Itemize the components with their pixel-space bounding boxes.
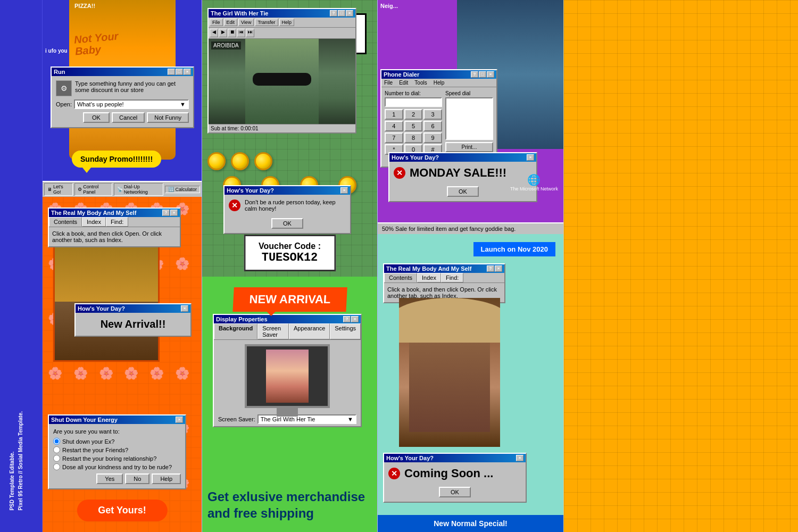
monday-ok-btn[interactable]: OK xyxy=(447,186,479,197)
help-close-btn[interactable]: × xyxy=(170,210,178,216)
ss-dropdown[interactable]: The Girl With Her Tie▼ xyxy=(257,414,356,424)
display-props-titlebar: Display Properties ? × xyxy=(214,315,361,323)
dp-tab-ap[interactable]: Appearance xyxy=(289,323,330,339)
network-icon[interactable]: 🌐 The Microsoft Network xyxy=(510,173,558,192)
help-body: Click a book, and then click Open. Or cl… xyxy=(49,227,180,246)
help2-qmark[interactable]: ? xyxy=(487,265,494,272)
phone-titlebar: Phone Dialer ? □ × xyxy=(381,70,496,79)
column-3: Neig... Phone Dialer ? □ × File Edit Too… xyxy=(378,0,564,532)
shutdown-yes-btn[interactable]: Yes xyxy=(96,473,123,484)
help2-close[interactable]: × xyxy=(495,265,502,272)
new-arrival-titlebar: How's Your Day? × xyxy=(76,304,190,313)
cell-col2-top: march The Girl With Her Tie ? □ × File E… xyxy=(202,0,377,277)
help-dialog[interactable]: The Real My Body And My Self ? × Content… xyxy=(48,207,181,247)
help-min-btn[interactable]: ? xyxy=(162,210,170,216)
hows-msg-col2: Don't be a rude person today, keep calm … xyxy=(245,199,346,212)
new-arrival-close[interactable]: × xyxy=(181,305,188,312)
help2-tab-i[interactable]: Index xyxy=(417,273,441,282)
column-1: Not YourBaby PIZZA!! i ufo you Run _ □ × xyxy=(43,0,202,532)
hows-dialog-col2[interactable]: How's Your Day? × ✕ Don't be a rude pers… xyxy=(223,185,351,234)
media-box[interactable]: □ xyxy=(338,10,345,16)
dp-tab-se[interactable]: Settings xyxy=(330,323,361,339)
run-cancel-btn[interactable]: Cancel xyxy=(112,112,145,123)
cell-col3-bottom: Launch on Nov 2020 The Real My Body And … xyxy=(378,234,563,532)
error-icon-col2: ✕ xyxy=(229,200,240,211)
key-1[interactable]: 1 xyxy=(385,109,403,120)
key-8[interactable]: 8 xyxy=(404,132,423,143)
key-4[interactable]: 4 xyxy=(385,121,403,131)
shutdown-no-btn[interactable]: No xyxy=(125,473,149,484)
monday-msg: MONDAY SALE!!! xyxy=(410,166,506,180)
help2-tab-c[interactable]: Contents xyxy=(384,273,417,282)
run-input[interactable]: What's up people! ▼ xyxy=(74,99,189,109)
help-tab-contents[interactable]: Contents xyxy=(49,217,82,227)
new-arrival-label: New Arrival!! xyxy=(81,318,185,330)
speech-bubble: Sunday Promo!!!!!!!! xyxy=(72,151,161,168)
taskbar-item-3[interactable]: 📡Dial-Up Networking xyxy=(114,183,164,196)
key-9[interactable]: 9 xyxy=(423,132,442,143)
taskbar-item-4[interactable]: 🔢Calculator xyxy=(165,186,200,193)
shirt-text: Not YourBaby xyxy=(73,30,120,57)
shutdown-help-btn[interactable]: Help xyxy=(152,473,181,484)
help-tab-find[interactable]: Find: xyxy=(106,217,128,227)
close-btn[interactable]: × xyxy=(184,69,191,75)
dp-min[interactable]: ? xyxy=(343,316,351,322)
monday-close[interactable]: × xyxy=(527,154,534,161)
help2-tab-f[interactable]: Find: xyxy=(441,273,463,282)
hows-ok-col2[interactable]: OK xyxy=(271,218,303,229)
shutdown-titlebar: Shut Down Your Energy × xyxy=(49,415,185,424)
media-min[interactable]: ? xyxy=(330,10,337,16)
hows-close-col2[interactable]: × xyxy=(340,187,348,194)
promo-text-col2: Get exlusive merchandise and free shippi… xyxy=(207,488,372,521)
neighbor-label: Neig... xyxy=(380,3,398,9)
key-3[interactable]: 3 xyxy=(423,109,442,120)
phone-number-input[interactable] xyxy=(385,97,442,107)
new-arrival-col2: NEW ARRIVAL xyxy=(233,287,346,312)
media-close[interactable]: × xyxy=(346,10,353,16)
help-titlebar: The Real My Body And My Self ? × xyxy=(49,209,180,217)
coming-soon-dialog[interactable]: How's Your Day? × ✕ Coming Soon ... OK xyxy=(383,453,527,503)
run-ok-btn[interactable]: OK xyxy=(83,112,110,123)
dp-tab-bg[interactable]: Background xyxy=(214,323,257,339)
get-yours-btn[interactable]: Get Yours! xyxy=(77,500,167,521)
phone-print-btn[interactable]: Print... xyxy=(445,142,493,152)
col4-decoration xyxy=(564,0,798,532)
shutdown-dialog[interactable]: Shut Down Your Energy × Are you sure you… xyxy=(48,414,186,489)
help-tab-index[interactable]: Index xyxy=(82,217,106,227)
left-sidebar: PSD Template Editable. Pixel 95 Retro //… xyxy=(0,0,43,532)
ph-close[interactable]: × xyxy=(487,71,494,78)
key-2[interactable]: 2 xyxy=(404,109,423,120)
display-props-dialog[interactable]: Display Properties ? × Background Screen… xyxy=(213,314,362,427)
dp-tab-ss[interactable]: Screen Saver xyxy=(257,323,289,339)
cell-col1-bottom: 🌸🌸🌸🌸🌸🌸 🌸🌸🌸🌸🌸🌸 🌸🌸🌸🌸🌸🌸 🌸🌸🌸🌸🌸🌸 🌸🌸🌸🌸🌸🌸 🌸🌸🌸🌸🌸… xyxy=(43,197,202,532)
coin-3 xyxy=(254,152,272,170)
minimize-btn[interactable]: _ xyxy=(168,69,175,75)
maximize-btn[interactable]: □ xyxy=(176,69,183,75)
ph-min[interactable]: ? xyxy=(471,71,478,78)
ph-box[interactable]: □ xyxy=(479,71,486,78)
dp-close[interactable]: × xyxy=(351,316,359,322)
cell-col1-top: Not YourBaby PIZZA!! i ufo you Run _ □ × xyxy=(43,0,202,197)
media-titlebar: The Girl With Her Tie ? □ × xyxy=(209,9,355,18)
taskbar-item-1[interactable]: 🖥Let's Go! xyxy=(44,183,73,196)
key-7[interactable]: 7 xyxy=(385,132,403,143)
error-icon-coming: ✕ xyxy=(388,468,400,479)
run-dialog-text: Type something funny and you can get som… xyxy=(75,80,189,96)
key-6[interactable]: 6 xyxy=(423,121,442,131)
help-dialog-2[interactable]: The Real My Body And My Self ? × Content… xyxy=(383,263,505,303)
run-dialog[interactable]: Run _ □ × ⚙ Type something funny and you… xyxy=(51,66,194,128)
column-2: march The Girl With Her Tie ? □ × File E… xyxy=(202,0,378,532)
coming-ok-btn[interactable]: OK xyxy=(439,487,471,497)
coming-close[interactable]: × xyxy=(516,455,523,461)
key-5[interactable]: 5 xyxy=(404,121,423,131)
taskbar-item-2[interactable]: ⚙Control Panel xyxy=(74,183,112,196)
hows-titlebar-col2: How's Your Day? × xyxy=(225,186,350,195)
media-dialog[interactable]: The Girl With Her Tie ? □ × File Edit Vi… xyxy=(207,8,356,134)
help2-titlebar: The Real My Body And My Self ? × xyxy=(384,264,504,273)
coming-msg: Coming Soon ... xyxy=(404,467,493,480)
main-layout: Not YourBaby PIZZA!! i ufo you Run _ □ × xyxy=(43,0,798,532)
shutdown-close[interactable]: × xyxy=(176,417,183,423)
sidebar-text: PSD Template Editable. Pixel 95 Retro //… xyxy=(8,411,25,511)
new-arrival-dialog[interactable]: How's Your Day? × New Arrival!! xyxy=(74,303,192,337)
run-notfunny-btn[interactable]: Not Funny xyxy=(147,112,189,123)
